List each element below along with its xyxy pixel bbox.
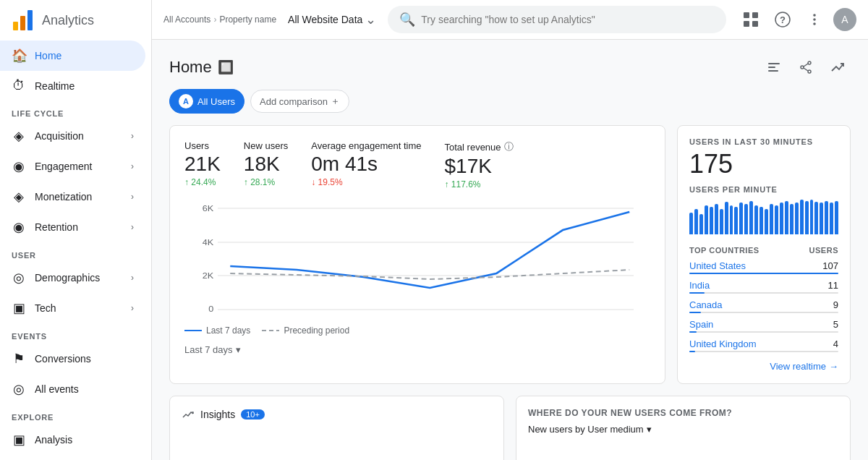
add-comparison-button[interactable]: Add comparison ＋ <box>250 90 349 113</box>
sidebar-item-all-events-label: All events <box>35 383 79 395</box>
apps-icon-button[interactable] <box>738 7 764 33</box>
sidebar-item-realtime[interactable]: ⏱ Realtime <box>0 71 145 101</box>
country-name[interactable]: Canada <box>689 299 723 310</box>
svg-rect-5 <box>744 21 749 27</box>
search-input[interactable] <box>421 14 715 25</box>
share-button[interactable] <box>793 54 819 80</box>
metric-revenue-label: Total revenue ⓘ <box>445 140 514 153</box>
page-header-actions <box>761 54 851 80</box>
logo-area: Analytics <box>0 0 151 41</box>
svg-line-19 <box>804 68 808 71</box>
all-users-chip[interactable]: A All Users <box>169 89 244 114</box>
country-name[interactable]: Spain <box>689 319 713 330</box>
new-users-dropdown[interactable]: New users by User medium ▾ <box>528 424 838 435</box>
search-bar[interactable]: 🔍 <box>388 6 726 33</box>
sidebar-item-monetization[interactable]: ◈ Monetization › <box>0 182 145 212</box>
svg-text:01: 01 <box>292 316 302 317</box>
realtime-value: 175 <box>689 149 838 179</box>
chart-card: Users 21K ↑ 24.4% New users 18K ↑ 28.1% … <box>169 125 665 384</box>
legend-current-label: Last 7 days <box>206 325 250 336</box>
svg-point-9 <box>813 14 816 17</box>
country-row: United States 107 <box>689 260 838 274</box>
page-title-edit-icon[interactable]: 🔲 <box>218 59 234 75</box>
user-avatar[interactable]: A <box>833 8 856 31</box>
view-realtime-arrow: → <box>829 361 838 372</box>
legend-prev: Preceding period <box>262 325 349 336</box>
monetization-expand-arrow: › <box>131 192 134 202</box>
sidebar-item-conversions-label: Conversions <box>35 353 91 365</box>
sidebar-item-home[interactable]: 🏠 Home <box>0 41 145 71</box>
sidebar-item-all-events[interactable]: ◎ All events <box>0 374 145 404</box>
svg-point-11 <box>813 22 816 25</box>
time-range-button[interactable]: Last 7 days ▾ <box>184 344 650 355</box>
insights-label: Insights <box>200 409 235 420</box>
legend-prev-label: Preceding period <box>284 325 349 336</box>
country-name[interactable]: United Kingdom <box>689 338 757 349</box>
svg-text:06: 06 <box>625 316 634 317</box>
realtime-bar <box>810 200 814 234</box>
country-count: 107 <box>822 260 838 271</box>
sidebar-item-conversions[interactable]: ⚑ Conversions <box>0 344 145 374</box>
retention-expand-arrow: › <box>131 222 134 232</box>
help-icon: ? <box>775 12 791 27</box>
breadcrumb-all-accounts[interactable]: All Accounts <box>163 14 210 25</box>
home-icon: 🏠 <box>12 48 26 64</box>
sidebar-item-demographics-label: Demographics <box>35 272 100 284</box>
realtime-bar <box>739 203 743 234</box>
sidebar: Analytics 🏠 Home ⏱ Realtime LIFE CYCLE ◈… <box>0 0 152 460</box>
analytics-logo-icon <box>12 9 35 32</box>
realtime-bar <box>795 203 799 234</box>
add-comparison-icon: ＋ <box>331 95 340 108</box>
country-count: 5 <box>833 319 838 330</box>
realtime-bar <box>765 209 768 234</box>
sidebar-item-tech[interactable]: ▣ Tech › <box>0 293 145 323</box>
svg-text:30: 30 <box>226 316 235 317</box>
country-bar-fill <box>689 273 838 274</box>
breadcrumb-property[interactable]: Property name <box>219 14 276 25</box>
svg-text:05: 05 <box>558 316 568 317</box>
realtime-bar <box>775 205 778 234</box>
sidebar-item-engagement-label: Engagement <box>35 161 92 172</box>
realtime-bar <box>814 202 818 234</box>
sidebar-item-acquisition[interactable]: ◈ Acquisition › <box>0 121 145 151</box>
sidebar-item-engagement[interactable]: ◉ Engagement › <box>0 151 145 182</box>
more-options-button[interactable] <box>801 7 827 33</box>
realtime-bar <box>694 209 698 234</box>
realtime-sub-label: USERS PER MINUTE <box>689 185 838 194</box>
help-icon-button[interactable]: ? <box>770 7 796 33</box>
realtime-bar <box>699 214 703 234</box>
property-selector[interactable]: All Website Data ⌄ <box>288 12 376 27</box>
country-name[interactable]: India <box>689 280 710 291</box>
revenue-info-icon: ⓘ <box>504 140 514 153</box>
sidebar-item-retention[interactable]: ◉ Retention › <box>0 212 145 242</box>
metric-users-label: Users <box>184 140 221 151</box>
metric-engagement-value: 0m 41s <box>311 153 421 176</box>
realtime-section-label: USERS IN LAST 30 MINUTES <box>689 137 838 146</box>
svg-text:?: ? <box>780 14 786 25</box>
sidebar-item-analysis[interactable]: ▣ Analysis <box>0 425 145 455</box>
svg-text:0: 0 <box>208 304 213 314</box>
bottom-cards-row: Insights 10+ WHERE DO YOUR NEW USERS COM… <box>169 396 851 460</box>
insights-icon <box>182 408 195 421</box>
country-name[interactable]: United States <box>689 260 746 271</box>
trend-button[interactable] <box>825 54 851 80</box>
svg-point-16 <box>801 66 804 69</box>
svg-text:2K: 2K <box>203 271 214 281</box>
page-title: Home <box>169 58 212 77</box>
section-events: EVENTS <box>0 323 151 344</box>
sidebar-item-demographics[interactable]: ◎ Demographics › <box>0 263 145 293</box>
metric-users-change: ↑ 24.4% <box>184 177 221 187</box>
country-count: 9 <box>833 299 838 310</box>
realtime-bar <box>720 209 723 234</box>
engagement-icon: ◉ <box>12 158 26 174</box>
metric-engagement-label: Average engagement time <box>311 140 421 151</box>
customize-button[interactable] <box>761 54 787 80</box>
legend-prev-line <box>262 330 279 331</box>
analysis-icon: ▣ <box>12 432 26 448</box>
realtime-card: USERS IN LAST 30 MINUTES 175 USERS PER M… <box>677 125 851 384</box>
view-realtime-link[interactable]: View realtime → <box>689 361 838 372</box>
svg-rect-1 <box>20 16 25 30</box>
add-comparison-label: Add comparison <box>260 96 328 107</box>
main-area: All Accounts › Property name All Website… <box>152 0 868 460</box>
countries-header: TOP COUNTRIES USERS <box>689 246 838 255</box>
